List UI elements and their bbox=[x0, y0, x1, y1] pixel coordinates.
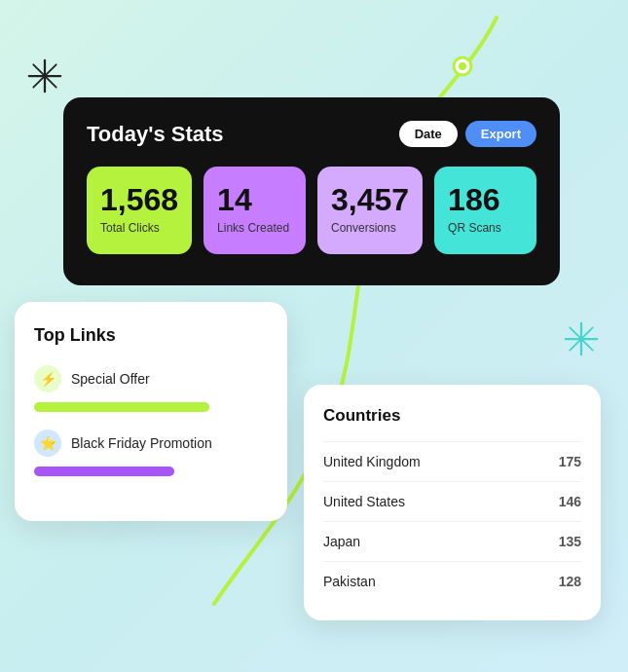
dashboard-title: Today's Stats bbox=[87, 122, 224, 147]
top-links-card: Top Links ⚡ Special Offer ⭐ Black Friday… bbox=[15, 302, 287, 521]
stat-card-conversions: 3,457 Conversions bbox=[317, 167, 423, 254]
progress-bar-container-black-friday bbox=[34, 467, 268, 476]
dashboard-card: Today's Stats Date Export 1,568 Total Cl… bbox=[63, 97, 560, 285]
country-row: United Kingdom 175 bbox=[323, 441, 581, 481]
country-name: Japan bbox=[323, 534, 360, 549]
svg-line-3 bbox=[33, 64, 55, 87]
stat-number-total-clicks: 1,568 bbox=[100, 184, 178, 215]
date-button[interactable]: Date bbox=[399, 121, 458, 147]
country-name: United Kingdom bbox=[323, 454, 421, 469]
sparkle-icon-tr bbox=[564, 321, 599, 356]
svg-line-7 bbox=[570, 327, 592, 350]
stat-label-qr-scans: QR Scans bbox=[448, 221, 523, 235]
stat-card-links-created: 14 Links Created bbox=[203, 167, 306, 254]
stat-label-conversions: Conversions bbox=[331, 221, 409, 235]
top-links-title: Top Links bbox=[34, 325, 268, 346]
stat-number-conversions: 3,457 bbox=[331, 184, 409, 215]
dashboard-header: Today's Stats Date Export bbox=[87, 121, 536, 147]
country-row: Japan 135 bbox=[323, 521, 581, 561]
stat-label-links-created: Links Created bbox=[217, 221, 292, 235]
countries-card: Countries United Kingdom 175 United Stat… bbox=[304, 385, 601, 620]
stat-card-total-clicks: 1,568 Total Clicks bbox=[87, 167, 192, 254]
country-count: 146 bbox=[559, 494, 581, 509]
stat-card-qr-scans: 186 QR Scans bbox=[434, 167, 536, 254]
svg-line-2 bbox=[33, 64, 55, 87]
country-count: 128 bbox=[559, 574, 581, 589]
stat-number-links-created: 14 bbox=[217, 184, 292, 215]
link-item-black-friday: ⭐ Black Friday Promotion bbox=[34, 429, 268, 457]
link-label-black-friday: Black Friday Promotion bbox=[71, 435, 212, 451]
svg-point-9 bbox=[454, 57, 471, 75]
link-item-special-offer: ⚡ Special Offer bbox=[34, 365, 268, 392]
header-buttons: Date Export bbox=[399, 121, 536, 147]
countries-title: Countries bbox=[323, 406, 581, 426]
stat-number-qr-scans: 186 bbox=[448, 184, 523, 215]
sparkle-icon-tl bbox=[27, 58, 62, 93]
svg-line-8 bbox=[570, 327, 592, 350]
progress-bar-special-offer bbox=[34, 402, 209, 412]
progress-bar-black-friday bbox=[34, 467, 174, 476]
country-name: Pakistan bbox=[323, 574, 376, 589]
export-button[interactable]: Export bbox=[465, 121, 536, 147]
stat-label-total-clicks: Total Clicks bbox=[100, 221, 178, 235]
country-count: 135 bbox=[559, 534, 581, 549]
link-icon-black-friday: ⭐ bbox=[34, 429, 61, 457]
country-count: 175 bbox=[559, 454, 581, 469]
country-name: United States bbox=[323, 494, 405, 509]
country-row: United States 146 bbox=[323, 481, 581, 521]
progress-bar-container-special-offer bbox=[34, 402, 268, 412]
stats-grid: 1,568 Total Clicks 14 Links Created 3,45… bbox=[87, 167, 536, 254]
svg-point-10 bbox=[459, 62, 466, 70]
link-label-special-offer: Special Offer bbox=[71, 371, 150, 387]
link-icon-special-offer: ⚡ bbox=[34, 365, 61, 392]
country-row: Pakistan 128 bbox=[323, 561, 581, 601]
